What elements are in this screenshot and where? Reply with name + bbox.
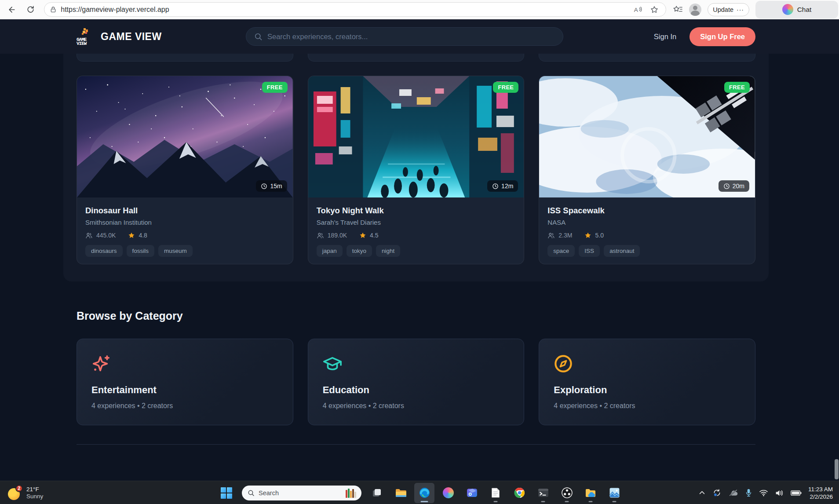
weather-condition: Sunny <box>26 493 43 500</box>
search-icon <box>254 33 263 41</box>
clock-icon <box>492 183 499 190</box>
address-bar[interactable]: https://gameview-player.vercel.app A <box>44 2 666 17</box>
experience-card-tokyo-night-walk[interactable]: FREE 12m Tokyo Night Walk Sarah's Travel… <box>308 76 525 264</box>
sign-up-button[interactable]: Sign Up Free <box>689 27 755 46</box>
duration-label: 20m <box>733 183 744 190</box>
brand-logo[interactable]: GAME VIEW GAME VIEW <box>77 27 162 46</box>
weather-temp: 21°F <box>26 486 43 493</box>
scrollbar-thumb[interactable] <box>835 459 839 479</box>
category-name: Entertainment <box>91 384 157 396</box>
update-button[interactable]: Update ··· <box>708 3 749 16</box>
free-badge: FREE <box>724 82 750 93</box>
tag[interactable]: japan <box>317 245 343 257</box>
taskbar-search-input[interactable]: Search <box>242 486 361 500</box>
viewers-icon <box>317 232 324 239</box>
edge-browser-button[interactable] <box>414 483 434 503</box>
refresh-button[interactable] <box>23 2 38 17</box>
collections-icon[interactable] <box>672 5 683 15</box>
category-card-entertainment[interactable]: Entertainment 4 experiences • 2 creators <box>77 339 293 425</box>
edge-icon <box>419 487 430 498</box>
tray-chevron-up-icon[interactable] <box>698 489 706 497</box>
duration-badge: 15m <box>256 180 287 192</box>
tag[interactable]: night <box>376 245 400 257</box>
file-explorer-button[interactable] <box>390 483 411 503</box>
tag[interactable]: museum <box>158 245 193 257</box>
folder-cloud-icon <box>585 488 596 498</box>
battery-icon[interactable] <box>791 490 802 496</box>
clipchamp-button[interactable] <box>462 483 482 503</box>
onedrive-paused-icon[interactable] <box>728 489 738 497</box>
clipchamp-icon <box>467 487 478 498</box>
update-sync-icon[interactable] <box>712 488 722 497</box>
photos-button[interactable] <box>604 483 624 503</box>
wifi-icon[interactable] <box>759 489 768 497</box>
terminal-icon <box>538 487 549 498</box>
card-tags: japan tokyo night <box>317 245 516 257</box>
duration-label: 15m <box>270 183 282 190</box>
start-button[interactable] <box>216 483 237 503</box>
refresh-icon <box>26 5 35 14</box>
task-view-button[interactable] <box>367 483 387 503</box>
views-count: 2.3M <box>558 232 572 239</box>
category-meta: 4 experiences • 2 creators <box>91 402 173 410</box>
document-icon <box>491 487 500 498</box>
tag[interactable]: astronaut <box>604 245 640 257</box>
clock-icon <box>723 183 730 190</box>
card-tags: space ISS astronaut <box>547 245 747 257</box>
category-card-education[interactable]: Education 4 experiences • 2 creators <box>308 339 525 425</box>
experience-card-iss-spacewalk[interactable]: FREE 20m ISS Spacewalk NASA 2.3M 5.0 <box>539 76 755 264</box>
onedrive-folder-button[interactable] <box>580 483 601 503</box>
windows-logo-icon <box>221 487 232 499</box>
clock-date: 2/2/2026 <box>808 493 833 500</box>
site-header: GAME VIEW GAME VIEW Search experiences, … <box>0 19 839 54</box>
browser-menu-icon[interactable]: ··· <box>737 6 744 13</box>
card-tags: dinosaurs fossils museum <box>85 245 285 257</box>
card-creator: Smithsonian Institution <box>85 219 285 226</box>
free-badge: FREE <box>493 82 518 93</box>
category-card-exploration[interactable]: Exploration 4 experiences • 2 creators <box>539 339 755 425</box>
duration-label: 12m <box>501 183 513 190</box>
copilot-icon <box>443 487 454 498</box>
tag[interactable]: space <box>547 245 575 257</box>
compass-icon <box>553 354 573 374</box>
obs-button[interactable] <box>557 483 577 503</box>
viewers-icon <box>85 232 93 239</box>
copilot-icon <box>782 4 793 15</box>
site-search-input[interactable]: Search experiences, creators... <box>246 27 563 46</box>
partial-card[interactable] <box>539 54 755 62</box>
partial-card[interactable] <box>308 54 525 62</box>
clock-icon <box>261 183 267 190</box>
tag[interactable]: fossils <box>127 245 155 257</box>
taskbar-clock[interactable]: 11:23 AM 2/2/2026 <box>808 486 833 500</box>
task-view-icon <box>372 488 382 498</box>
card-title: Tokyo Night Walk <box>317 206 516 215</box>
read-aloud-icon[interactable]: A <box>633 5 643 14</box>
back-button[interactable] <box>4 2 19 17</box>
card-title: ISS Spacewalk <box>547 206 747 215</box>
back-arrow-icon <box>7 5 16 14</box>
speaker-icon[interactable] <box>775 489 784 497</box>
tag[interactable]: ISS <box>579 245 600 257</box>
sign-in-link[interactable]: Sign In <box>654 33 676 41</box>
notepad-button[interactable] <box>485 483 506 503</box>
category-name: Education <box>323 384 369 396</box>
tag[interactable]: tokyo <box>347 245 372 257</box>
copilot-button[interactable] <box>438 483 458 503</box>
taskbar: 2 21°F Sunny Search <box>0 481 839 504</box>
favorites-star-icon[interactable] <box>650 5 659 14</box>
gameview-logo-icon: GAME VIEW <box>77 27 95 46</box>
browser-toolbar: https://gameview-player.vercel.app A Upd… <box>0 0 839 19</box>
free-badge: FREE <box>262 82 288 93</box>
chrome-button[interactable] <box>509 483 529 503</box>
tag[interactable]: dinosaurs <box>85 245 123 257</box>
card-creator: Sarah's Travel Diaries <box>317 219 516 226</box>
search-icon <box>248 489 255 497</box>
weather-widget[interactable]: 2 21°F Sunny <box>4 481 47 504</box>
profile-avatar[interactable] <box>689 4 701 16</box>
experience-card-dinosaur-hall[interactable]: FREE 15m Dinosaur Hall Smithsonian Insti… <box>77 76 293 264</box>
copilot-chat-button[interactable]: Chat <box>755 1 838 18</box>
partial-card[interactable] <box>77 54 293 62</box>
views-count: 445.0K <box>96 232 116 239</box>
microphone-icon[interactable] <box>745 488 752 497</box>
terminal-button[interactable] <box>533 483 553 503</box>
